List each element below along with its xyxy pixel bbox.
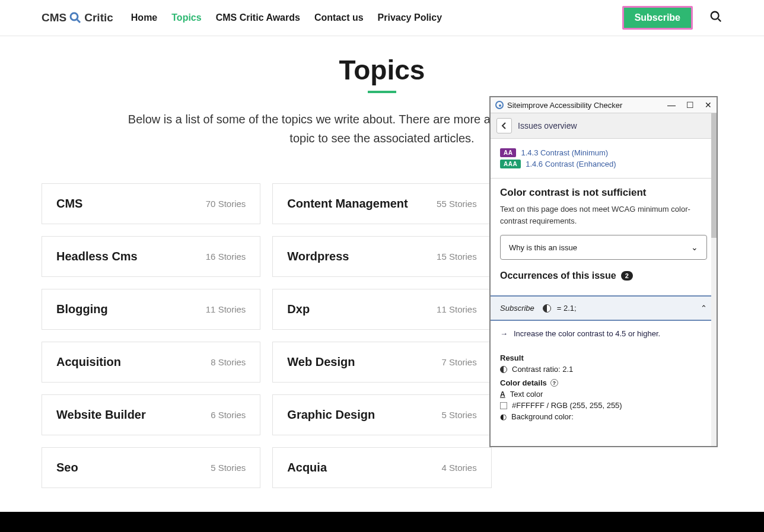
site-footer: About Us Tags Subscribe (0, 512, 764, 532)
topic-card[interactable]: Graphic Design5 Stories (272, 394, 491, 435)
topic-name: Acquisition (56, 355, 121, 369)
scrollbar-thumb[interactable] (711, 113, 717, 238)
rule-text: 1.4.6 Contrast (Enhanced) (526, 160, 616, 168)
site-logo[interactable]: CMS Critic (42, 11, 113, 25)
back-row: Issues overview (491, 113, 717, 139)
issue-description: Text on this page does not meet WCAG min… (500, 203, 707, 227)
subscribe-button[interactable]: Subscribe (622, 6, 693, 30)
topic-name: Blogging (56, 302, 108, 316)
topic-count: 8 Stories (211, 357, 246, 367)
topic-card[interactable]: Web Design7 Stories (272, 342, 491, 383)
logo-text-pre: CMS (42, 11, 66, 24)
result-block: Result Contrast ratio: 2.1 Color details… (491, 346, 717, 429)
svg-line-3 (718, 19, 721, 22)
occurrence-item[interactable]: Subscribe = 2.1; ⌃ (491, 295, 717, 321)
siteimprove-icon (495, 101, 504, 109)
logo-text-post: Critic (84, 11, 113, 24)
nav-awards[interactable]: CMS Critic Awards (216, 12, 300, 23)
text-color-label: Text color (510, 390, 543, 399)
suggestion-text: Increase the color contrast to 4.5 or hi… (514, 329, 660, 338)
text-color-icon: A (500, 390, 505, 399)
wcag-badge-aaa: AAA (500, 160, 521, 168)
maximize-icon[interactable]: ☐ (686, 100, 694, 110)
back-button[interactable] (496, 118, 512, 133)
topic-count: 4 Stories (441, 463, 476, 473)
chevron-down-icon: ⌄ (691, 243, 698, 252)
topic-card[interactable]: Dxp11 Stories (272, 289, 491, 330)
topic-card[interactable]: Blogging11 Stories (42, 289, 260, 330)
minimize-icon[interactable]: — (667, 100, 676, 110)
topic-name: Content Management (287, 197, 408, 211)
suggestion-row: → Increase the color contrast to 4.5 or … (491, 321, 717, 346)
topic-name: Headless Cms (56, 250, 138, 263)
nav-home[interactable]: Home (131, 12, 157, 23)
occurrences-count: 2 (621, 271, 633, 281)
topic-name: Graphic Design (287, 408, 375, 422)
topic-card[interactable]: Content Management55 Stories (272, 183, 491, 224)
contrast-icon (500, 366, 507, 373)
topic-count: 55 Stories (437, 199, 477, 209)
scrollbar-track[interactable] (711, 113, 717, 446)
issue-title: Color contrast is not sufficient (500, 187, 707, 199)
color-details-heading: Color details (500, 378, 547, 387)
topic-name: Website Builder (56, 408, 146, 422)
site-header: CMS Critic Home Topics CMS Critic Awards… (0, 0, 764, 36)
topic-count: 6 Stories (211, 410, 246, 420)
contrast-ratio-text: Contrast ratio: 2.1 (512, 365, 573, 374)
search-icon[interactable] (709, 10, 722, 26)
accessibility-checker-panel: Siteimprove Accessibility Checker — ☐ ✕ … (489, 96, 718, 447)
topic-count: 16 Stories (206, 251, 246, 262)
arrow-right-icon: → (500, 329, 508, 338)
panel-title: Siteimprove Accessibility Checker (507, 101, 667, 110)
header-right: Subscribe (622, 6, 722, 30)
topic-count: 7 Stories (441, 357, 476, 367)
nav-topics[interactable]: Topics (171, 12, 201, 23)
wcag-badge-aa: AA (500, 148, 516, 157)
topic-card[interactable]: Headless Cms16 Stories (42, 236, 260, 277)
fill-icon: ◐ (500, 412, 507, 421)
topic-count: 15 Stories (437, 251, 477, 262)
why-label: Why is this an issue (509, 243, 577, 252)
topic-count: 5 Stories (441, 410, 476, 420)
nav-privacy[interactable]: Privacy Policy (378, 12, 443, 23)
topic-card[interactable]: Website Builder6 Stories (42, 394, 260, 435)
text-color-value: #FFFFFF / RGB (255, 255, 255) (512, 401, 622, 410)
topic-card[interactable]: Acquia4 Stories (272, 447, 491, 488)
main-nav: Home Topics CMS Critic Awards Contact us… (131, 12, 622, 23)
topic-count: 70 Stories (206, 199, 246, 209)
topic-card[interactable]: Wordpress15 Stories (272, 236, 491, 277)
topic-name: Web Design (287, 355, 355, 369)
svg-point-2 (711, 12, 719, 20)
panel-body: Issues overview AA 1.4.3 Contrast (Minim… (491, 113, 717, 446)
chevron-left-icon (501, 122, 507, 129)
topic-name: Seo (56, 461, 78, 474)
magnifier-icon (68, 11, 82, 25)
topic-count: 11 Stories (437, 304, 477, 314)
svg-line-1 (77, 20, 80, 23)
rule-row[interactable]: AA 1.4.3 Contrast (Minimum) (500, 148, 707, 157)
topic-card[interactable]: Seo5 Stories (42, 447, 260, 488)
rule-row[interactable]: AAA 1.4.6 Contrast (Enhanced) (500, 160, 707, 168)
topic-name: Wordpress (287, 250, 349, 263)
issue-block: Color contrast is not sufficient Text on… (491, 179, 717, 287)
contrast-icon (543, 304, 551, 313)
help-icon[interactable]: ? (550, 379, 558, 387)
occurrences-heading: Occurrences of this issue 2 (500, 270, 707, 281)
result-heading: Result (500, 353, 707, 362)
topic-count: 5 Stories (211, 463, 246, 473)
svg-point-0 (71, 13, 78, 20)
topic-card[interactable]: Acquisition8 Stories (42, 342, 260, 383)
topic-name: Dxp (287, 302, 310, 316)
topic-count: 11 Stories (206, 304, 246, 314)
window-controls: — ☐ ✕ (667, 100, 712, 110)
topic-name: Acquia (287, 461, 327, 474)
nav-contact[interactable]: Contact us (314, 12, 364, 23)
panel-titlebar[interactable]: Siteimprove Accessibility Checker — ☐ ✕ (491, 97, 717, 113)
close-icon[interactable]: ✕ (705, 100, 712, 110)
why-expander[interactable]: Why is this an issue ⌄ (500, 235, 707, 260)
page-title: Topics (0, 54, 764, 93)
occurrences-label: Occurrences of this issue (500, 270, 616, 281)
rules-block: AA 1.4.3 Contrast (Minimum) AAA 1.4.6 Co… (491, 139, 717, 179)
topic-card[interactable]: CMS70 Stories (42, 183, 260, 224)
back-label[interactable]: Issues overview (518, 121, 577, 130)
